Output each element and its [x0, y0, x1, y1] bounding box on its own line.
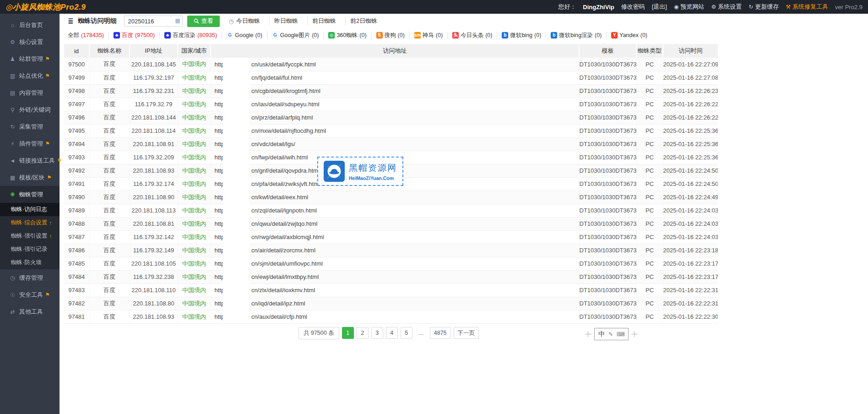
sidebar-item[interactable]: ▤ 内容管理 [0, 84, 60, 101]
header-menu-label: 预览网站 [680, 3, 704, 11]
spider-filter[interactable]: ♣ 百度 (97500) [108, 32, 155, 39]
cell-region: 中国境内 [178, 257, 211, 270]
sidebar-item[interactable]: ⚲ 外链/关键词 [0, 101, 60, 118]
view-button[interactable]: 查看 [187, 16, 220, 27]
cell-spider-name: 百度 [89, 191, 130, 204]
day-tab-label: 前2日蜘蛛 [350, 17, 377, 25]
ime-keyboard-icon[interactable]: ⌨ [617, 331, 624, 338]
sidebar-item[interactable]: ↻ 采集管理 [0, 118, 60, 135]
sidebar-item-icon: ↻ [9, 124, 16, 130]
sidebar-item[interactable]: ◷ 缓存管理 [0, 269, 60, 286]
pin-icon: ⚑ [47, 174, 52, 180]
table-row: 97486 百度 116.179.32.149 中国境内 http://wapc… [64, 244, 718, 257]
logout-link[interactable]: [退出] [652, 3, 667, 11]
day-tab[interactable]: 前2日蜘蛛 [345, 17, 382, 25]
ime-box[interactable]: 中 ✎ ⌨ [594, 328, 629, 340]
sidebar-item-label: 外链/关键词 [19, 106, 51, 114]
page-button[interactable]: 3 [371, 327, 383, 339]
sidebar-item[interactable]: ✺ 蜘蛛管理 [0, 186, 60, 203]
heimao-logo-icon [324, 161, 345, 182]
sidebar-item[interactable]: 蜘蛛·访问日志 [0, 203, 60, 216]
cell-spider-name: 百度 [89, 217, 130, 230]
spider-filter-bar: 全部 (178435) ♣ 百度 (97500) ♣ 百度渲染 (80935) … [60, 29, 718, 41]
page-button[interactable]: ... [415, 327, 427, 339]
cell-url: http://wapcn/qwu/detail/zwjtqo.html [211, 217, 579, 230]
sidebar-item[interactable]: ⚡ 插件管理 ⚑ [0, 135, 60, 152]
sidebar-item[interactable]: 蜘蛛·防火墙 [0, 256, 60, 269]
url-path: cn/aux/detail/cfp.html [251, 313, 307, 320]
sidebar-item[interactable]: ☉ 安全工具 ⚑ [0, 286, 60, 303]
censored-url-region [223, 58, 250, 323]
spider-filter[interactable]: G Google图片 (0) [267, 32, 319, 39]
spider-filter-label: 百度 [122, 32, 133, 39]
page-button[interactable]: 下一页 [454, 327, 479, 339]
sidebar-item[interactable]: ▦ 模板/区块 ⚑ [0, 169, 60, 186]
sidebar-item[interactable]: ⇄ 其他工具 [0, 303, 60, 320]
sidebar-item[interactable]: ⚙ 核心设置 [0, 33, 60, 50]
url-path: cn/fjq/detail/ful.html [251, 74, 302, 81]
cell-ip: 116.179.32.209 [130, 151, 178, 164]
cell-spider-name: 百度 [89, 58, 130, 71]
spider-filter[interactable]: 全部 (178435) [68, 32, 104, 39]
spider-filter[interactable]: G Google (0) [222, 32, 262, 38]
cell-spider-name: 百度 [89, 270, 130, 283]
sidebar-item[interactable]: 蜘蛛·强引设置 ↑ [0, 229, 60, 243]
cell-template: DT1030/1030DT3673 [579, 217, 636, 230]
cell-id: 97483 [64, 283, 89, 297]
cell-region: 中国境内 [178, 270, 211, 283]
spider-filter[interactable]: ◎ 360蜘蛛 (0) [323, 32, 366, 39]
cell-ip: 220.181.108.91 [130, 137, 178, 151]
sidebar-item-label: 内容管理 [19, 89, 43, 97]
header-menu-label: 系统设置 [718, 3, 742, 11]
header-menu-item[interactable]: ◉ 预览网站 [674, 3, 704, 11]
cell-url: http://wapcn/iqd/detail/ipz.html [211, 297, 579, 310]
spider-filter[interactable]: 头 今日头条 (0) [447, 32, 492, 39]
cell-template: DT1030/1030DT3673 [579, 137, 636, 151]
sidebar-item-label: 蜘蛛管理 [19, 191, 43, 199]
day-tab[interactable]: 昨日蜘蛛 [269, 17, 303, 25]
table-row: 97483 百度 220.181.108.110 中国境内 http://wap… [64, 283, 718, 297]
calendar-icon[interactable]: ▦ [175, 17, 180, 24]
spider-filter[interactable]: b 微软bing渲染 (0) [546, 32, 602, 39]
sidebar-item[interactable]: ♟ 站群管理 ⚑ [0, 50, 60, 67]
cell-template: DT1030/1030DT3673 [579, 111, 636, 124]
ime-lang-toggle[interactable]: 中 [598, 330, 605, 338]
app-logo[interactable]: ◎小旋风蜘蛛池Pro2.9 [5, 2, 86, 12]
sidebar-item[interactable]: 蜘蛛·综合设置 ↑ [0, 216, 60, 229]
ime-pen-icon[interactable]: ✎ [608, 331, 613, 338]
top-header: ◎小旋风蜘蛛池Pro2.9 您好： DingZhiVip 修改密码 [退出] ◉… [0, 0, 868, 14]
date-input[interactable] [124, 16, 183, 27]
header-menu-item[interactable]: ⚙ 系统设置 [711, 3, 742, 11]
day-tab[interactable]: ◷ 今日蜘蛛 [224, 17, 265, 25]
spider-filter[interactable]: b 微软bing (0) [497, 32, 541, 39]
day-tab[interactable]: 前日蜘蛛 [307, 17, 341, 25]
pin-icon: ⚑ [45, 56, 50, 62]
cell-id: 97490 [64, 191, 89, 204]
cell-region: 中国境内 [178, 98, 211, 111]
sidebar-item-icon: ⇄ [9, 309, 16, 315]
page-button[interactable]: 4 [386, 327, 398, 339]
cell-spider-type: PC [636, 257, 663, 270]
page-button[interactable]: 1 [342, 327, 354, 339]
spider-filter[interactable]: sm 神马 (0) [409, 32, 443, 39]
ime-bar[interactable]: 中 ✎ ⌨ [585, 328, 638, 340]
page-button[interactable]: 4875 [430, 327, 451, 339]
cell-spider-type: PC [636, 297, 663, 310]
sidebar-item[interactable]: ▥ 站点优化 ⚑ [0, 67, 60, 84]
header-menu-item[interactable]: ↻ 更新缓存 [749, 3, 779, 11]
spider-filter[interactable]: S 搜狗 (0) [371, 32, 405, 39]
sidebar-item[interactable]: ⌂ 后台首页 [0, 16, 60, 33]
sidebar-item[interactable]: 蜘蛛·强引记录 [0, 243, 60, 256]
spider-filter[interactable]: Y Yandex (0) [606, 32, 647, 38]
change-password-link[interactable]: 修改密码 [621, 3, 645, 11]
page-button[interactable]: 5 [401, 327, 412, 339]
header-menu-item[interactable]: ⚒ 系统修复工具 [786, 3, 828, 11]
cell-template: DT1030/1030DT3673 [579, 191, 636, 204]
spider-filter-count: (0) [359, 32, 366, 38]
cell-visit-time: 2025-01-16 22:23:17 [663, 257, 718, 270]
search-icon [194, 18, 199, 24]
page-button[interactable]: 2 [357, 327, 369, 339]
cell-id: 97489 [64, 204, 89, 217]
sidebar-item[interactable]: ◄ 链接推送工具 ⚑ [0, 152, 60, 169]
spider-filter[interactable]: ♣ 百度渲染 (80935) [159, 32, 217, 39]
